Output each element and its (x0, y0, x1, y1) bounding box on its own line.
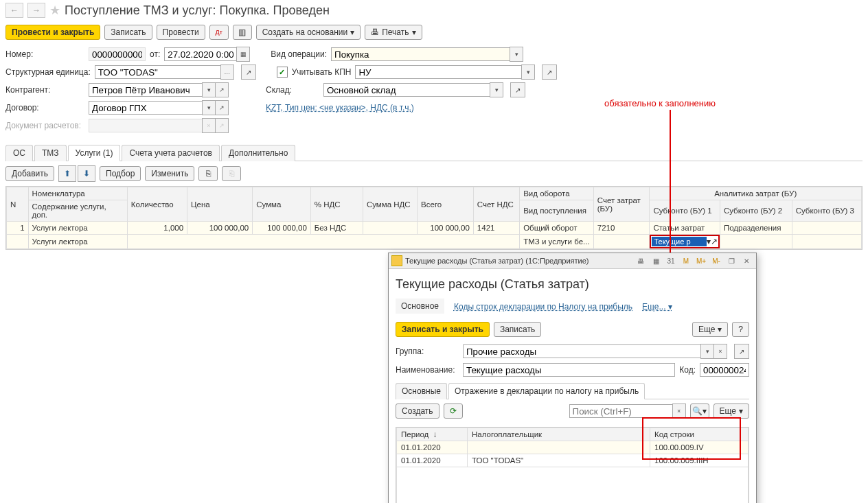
annotation-arrow (670, 110, 671, 250)
warehouse-open-icon[interactable]: ↗ (510, 82, 525, 97)
contract-label: Договор: (5, 103, 84, 113)
save-button[interactable]: Записать (104, 25, 152, 40)
cell-vat[interactable] (363, 222, 417, 235)
op-type-label: Вид операции: (271, 49, 327, 59)
col-nomenclature: Номенклатура (28, 187, 127, 200)
cell-vatpct[interactable]: Без НДС (310, 222, 363, 235)
tab-services[interactable]: Услуги (1) (68, 145, 121, 161)
col-vat: Сумма НДС (363, 187, 417, 222)
edit-button[interactable]: Изменить (145, 166, 194, 181)
counterparty-ellipsis-icon[interactable]: ↗ (216, 82, 229, 97)
counterparty-label: Контрагент: (5, 85, 84, 95)
cell-costacct[interactable]: 7210 (593, 222, 650, 235)
col-vatacct: Счет НДС (473, 187, 519, 222)
cell-sub3-top[interactable] (792, 222, 861, 235)
number-label: Номер: (5, 49, 84, 59)
kpn-dropdown-icon[interactable]: ▾ (521, 65, 535, 80)
cell-total[interactable]: 100 000,00 (418, 222, 474, 235)
post-button[interactable]: Провести (157, 25, 205, 40)
contract-field[interactable] (89, 101, 202, 115)
kpn-field[interactable] (355, 65, 521, 79)
cell-nom[interactable]: Услуги лектора (28, 222, 127, 235)
tab-os[interactable]: ОС (5, 145, 33, 161)
cell-price[interactable]: 100 000,00 (187, 222, 253, 235)
settlement-field (89, 119, 202, 132)
col-turnover: Вид оборота (520, 187, 594, 200)
settlement-clear-icon: × (202, 118, 216, 133)
org-label: Структурная единица: (5, 67, 91, 77)
move-up-button[interactable]: ⬆ (58, 165, 76, 182)
annotation-text: обязательно к заполнению (604, 98, 716, 108)
col-receipt: Вид поступления (520, 200, 594, 222)
org-field[interactable] (95, 65, 220, 79)
copy-icon[interactable]: ⎘ (198, 166, 218, 181)
col-analytics: Аналитика затрат (БУ) (650, 187, 862, 200)
kpn-open-icon[interactable]: ↗ (542, 65, 557, 80)
add-row-button[interactable]: Добавить (5, 166, 54, 181)
col-n: N (7, 187, 29, 222)
contract-open-icon[interactable]: ↗ (216, 100, 229, 115)
structure-icon[interactable]: ▥ (233, 25, 252, 40)
settlement-label: Документ расчетов: (5, 121, 84, 130)
col-price: Цена (187, 187, 253, 222)
cell-nom2[interactable]: Услуги лектора (28, 235, 127, 249)
dr-cr-icon[interactable]: Дт (209, 25, 229, 40)
kpn-checkbox[interactable]: ✓ (277, 67, 288, 78)
post-close-button[interactable]: Провести и закрыть (5, 25, 100, 40)
favorite-star-icon[interactable]: ★ (49, 3, 60, 18)
nav-fwd-button[interactable]: → (27, 3, 45, 18)
from-label: от: (150, 49, 160, 59)
paste-icon: ⎗ (222, 166, 241, 181)
col-sum: Сумма (253, 187, 311, 222)
cell-sub1-sel[interactable]: Текущие р ▾ ↗ (650, 235, 720, 249)
op-type-dropdown-icon[interactable]: ▾ (510, 47, 523, 62)
date-field[interactable] (164, 47, 236, 61)
cell-qty[interactable]: 1,000 (127, 222, 187, 235)
warehouse-field[interactable] (323, 83, 490, 97)
warehouse-label: Склад: (266, 85, 319, 95)
page-title: Поступление ТМЗ и услуг: Покупка. Провед… (65, 3, 330, 18)
col-costacct: Счет затрат (БУ) (593, 187, 650, 222)
contract-dropdown-icon[interactable]: ▾ (202, 100, 216, 115)
tab-accounts[interactable]: Счета учета расчетов (122, 145, 219, 161)
currency-link[interactable]: KZT, Тип цен: <не указан>, НДС (в т.ч.) (266, 103, 414, 113)
cell-vatacct[interactable]: 1421 (473, 222, 519, 235)
tab-additional[interactable]: Дополнительно (221, 145, 295, 161)
counterparty-field[interactable] (89, 83, 202, 97)
op-type-field[interactable] (331, 47, 510, 61)
sub1-open-icon[interactable]: ↗ (711, 237, 718, 246)
settlement-open-icon: ↗ (216, 118, 229, 133)
create-based-button[interactable]: Создать на основании ▾ (256, 25, 361, 40)
cell-n[interactable]: 1 (7, 222, 29, 235)
date-picker-icon[interactable]: ▦ (236, 47, 250, 62)
print-button[interactable]: 🖶 Печать ▾ (365, 25, 422, 40)
number-field[interactable] (89, 47, 146, 61)
move-down-button[interactable]: ⬇ (78, 165, 95, 182)
col-qty: Количество (127, 187, 187, 222)
cell-sub2-top[interactable]: Подразделения (720, 222, 792, 235)
org-open-icon[interactable]: ↗ (241, 65, 256, 80)
cell-turn[interactable]: Общий оборот (520, 222, 594, 235)
col-sub3: Субконто (БУ) 3 (792, 200, 861, 222)
cell-sum[interactable]: 100 000,00 (253, 222, 311, 235)
cell-turn2[interactable]: ТМЗ и услуги бе... (520, 235, 594, 249)
warehouse-dropdown-icon[interactable]: ▾ (490, 82, 503, 97)
col-vatpct: % НДС (310, 187, 363, 222)
nav-back-button[interactable]: ← (5, 3, 23, 18)
kpn-label: Учитывать КПН (292, 67, 352, 77)
col-desc: Содержание услуги, доп. (28, 200, 127, 222)
col-sub2: Субконто (БУ) 2 (720, 200, 792, 222)
col-sub1: Субконто (БУ) 1 (650, 200, 720, 222)
cell-sub1-top[interactable]: Статьи затрат (650, 222, 720, 235)
counterparty-dropdown-icon[interactable]: ▾ (202, 82, 216, 97)
tab-tmz[interactable]: ТМЗ (34, 145, 67, 161)
pick-button[interactable]: Подбор (100, 166, 141, 181)
col-total: Всего (418, 187, 474, 222)
org-ellipsis-icon[interactable]: … (220, 65, 234, 80)
